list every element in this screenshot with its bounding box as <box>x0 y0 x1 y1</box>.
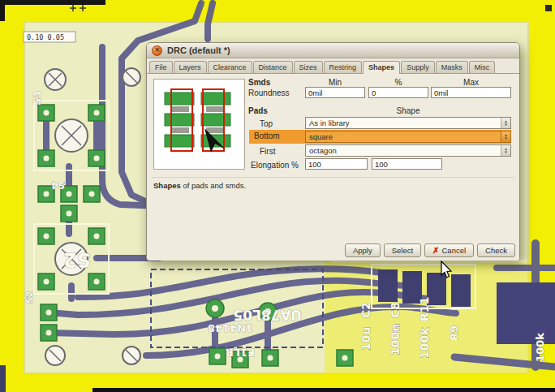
col-header-shape: Shape <box>305 106 511 115</box>
label-diode: 1N4148 <box>208 322 253 334</box>
col-header-min: Min <box>305 78 365 87</box>
label-r11: R11 <box>418 297 431 321</box>
titlebar[interactable]: ✕ DRC (default *) <box>147 43 519 58</box>
roundness-label: Roundness <box>248 88 290 97</box>
elongation-input-1[interactable] <box>305 158 368 170</box>
eagle-board-screen: { "workspace": { "coord_readout": "0.10 … <box>0 0 555 392</box>
top-shape-select[interactable]: As in library ▲▼ <box>305 117 511 129</box>
elongation-input-2[interactable] <box>372 158 442 170</box>
tab-sizes[interactable]: Sizes <box>294 61 323 73</box>
separator <box>152 177 514 178</box>
tab-masks[interactable]: Masks <box>436 61 468 73</box>
label-10u: 10u <box>359 327 372 351</box>
label-100k: 100k <box>418 327 431 359</box>
label-r9-value: 100k <box>534 333 546 362</box>
label-s2: S2 <box>63 248 91 271</box>
tab-layers[interactable]: Layers <box>174 61 207 73</box>
corner-mark <box>545 5 552 11</box>
close-icon: ✕ <box>154 47 160 54</box>
check-button[interactable]: Check <box>477 243 515 257</box>
window-title: DRC (default *) <box>167 45 230 55</box>
cancel-button[interactable]: ✗Cancel <box>424 243 474 257</box>
first-label: First <box>260 147 275 156</box>
label-c2: C2 <box>359 302 372 318</box>
label-c8: C8 <box>389 302 402 318</box>
col-header-max: Max <box>431 78 511 87</box>
first-shape-value: octagon <box>309 146 501 155</box>
select-button[interactable]: Select <box>384 243 421 257</box>
stepper-icon[interactable]: ▲▼ <box>501 131 510 142</box>
label-s4: S4 <box>51 179 65 191</box>
tab-shapes[interactable]: Shapes <box>363 61 400 74</box>
roundness-percent-input[interactable] <box>368 87 428 98</box>
pads-section-label: Pads <box>248 106 268 115</box>
stepper-icon[interactable]: ▲▼ <box>501 145 510 156</box>
roundness-max-input[interactable] <box>431 87 511 98</box>
coordinate-text: 0.10 0.05 <box>27 33 64 41</box>
label-s2-small: S2 <box>24 291 35 304</box>
top-label: Top <box>260 119 273 128</box>
label-l1: F1LR <box>226 347 255 359</box>
tab-supply[interactable]: Supply <box>401 61 435 73</box>
dialog-content: Smds Min % Max Roundness Pads Shape Top … <box>147 73 519 261</box>
roundness-min-input[interactable] <box>305 87 365 98</box>
first-shape-select[interactable]: octagon ▲▼ <box>305 144 511 157</box>
drc-dialog: ✕ DRC (default *) FileLayersClearanceDis… <box>146 42 520 260</box>
tab-restring[interactable]: Restring <box>324 61 363 73</box>
description-rest: of pads and smds. <box>181 181 246 190</box>
apply-button[interactable]: Apply <box>345 243 381 257</box>
elongation-label: Elongation % <box>251 161 299 170</box>
bottom-shape-value: square <box>309 132 501 141</box>
col-header-percent: % <box>368 78 428 87</box>
label-regulator: UA78L05 <box>233 307 302 323</box>
pad-preview-drawing <box>154 80 244 169</box>
label-s3: S3 <box>31 91 43 106</box>
top-shape-value: As in library <box>309 118 501 127</box>
tab-misc[interactable]: Misc <box>469 61 496 73</box>
tab-bar: FileLayersClearanceDistanceSizesRestring… <box>147 58 519 73</box>
tab-clearance[interactable]: Clearance <box>208 61 252 73</box>
description-bold: Shapes <box>153 181 181 190</box>
label-100n: 100n <box>389 324 402 355</box>
smds-section-label: Smds <box>248 78 270 87</box>
coordinate-readout: 0.10 0.05 <box>24 32 75 42</box>
close-button[interactable]: ✕ <box>152 45 162 56</box>
tab-distance[interactable]: Distance <box>253 61 293 73</box>
tab-description: Shapes of pads and smds. <box>153 181 246 190</box>
bottom-label: Bottom <box>254 131 280 140</box>
stepper-icon[interactable]: ▲▼ <box>501 118 510 128</box>
bottom-shape-select[interactable]: square ▲▼ <box>305 131 511 143</box>
label-r9: R9 <box>448 325 460 341</box>
tab-file[interactable]: File <box>149 61 173 73</box>
cancel-x-icon: ✗ <box>432 247 439 255</box>
dialog-buttons: Apply Select ✗Cancel Check <box>345 243 515 257</box>
pad-preview <box>153 79 245 170</box>
